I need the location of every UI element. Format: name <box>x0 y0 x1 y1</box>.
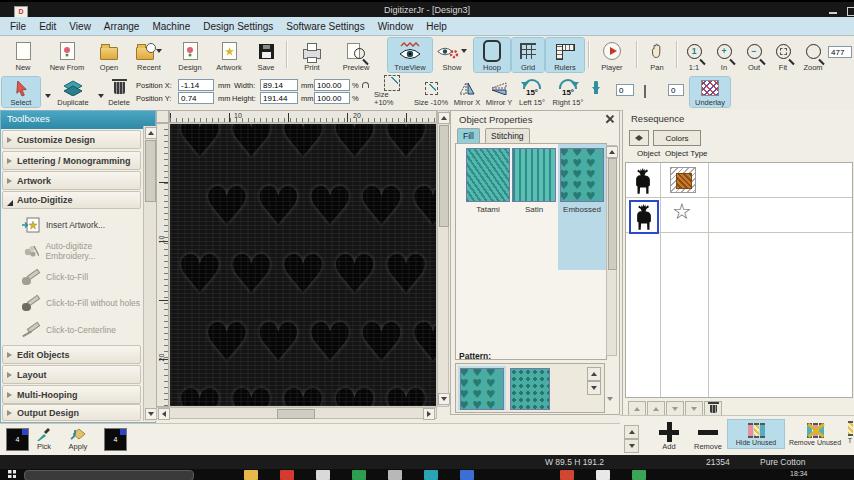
menu-help[interactable]: Help <box>426 21 447 32</box>
height-input[interactable] <box>260 92 298 104</box>
section-customize-design[interactable]: Customize Design <box>2 130 141 149</box>
trueview-button[interactable]: TrueView <box>388 38 432 72</box>
scroll-up-icon[interactable] <box>438 112 450 124</box>
spin-down-button[interactable] <box>624 439 639 453</box>
palette-color-swatch[interactable]: 4 <box>104 428 127 451</box>
tab-fill[interactable]: Fill <box>457 128 480 143</box>
tool-auto-digitize-embroidery[interactable]: Auto-digitize Embroidery... <box>2 239 141 263</box>
scroll-thumb[interactable] <box>439 125 449 227</box>
tool-insert-artwork[interactable]: Insert Artwork... <box>2 212 141 237</box>
height-percent-input[interactable] <box>314 92 350 104</box>
zoom-value-input[interactable] <box>828 46 852 58</box>
tool-click-to-fill-without-holes[interactable]: Click-to-Fill without holes <box>2 291 141 315</box>
maximize-button[interactable] <box>844 5 854 16</box>
design-button[interactable]: Design <box>172 38 208 72</box>
scroll-down-icon[interactable] <box>438 393 450 405</box>
dock-toggle-button[interactable] <box>629 130 649 146</box>
section-output-design[interactable]: Output Design <box>2 404 141 421</box>
zoom-tool-button[interactable]: Zoom <box>798 38 828 72</box>
delete-button[interactable]: Delete <box>104 77 134 107</box>
player-button[interactable]: Player <box>592 38 632 72</box>
preview-button[interactable]: Preview <box>334 38 378 72</box>
apply-color-button[interactable]: Apply <box>68 426 88 451</box>
print-button[interactable]: Print <box>292 38 332 72</box>
zoom-fit-button[interactable]: Fit <box>770 38 796 72</box>
position-x-input[interactable] <box>178 79 214 91</box>
scroll-left-icon[interactable] <box>158 408 170 420</box>
move-to-end-button[interactable] <box>685 401 703 416</box>
tool-click-to-centerline[interactable]: Click-to-Centerline <box>2 318 141 342</box>
section-layout[interactable]: Layout <box>2 365 141 384</box>
section-edit-objects[interactable]: Edit Objects <box>2 345 141 364</box>
taskbar-app-icon[interactable] <box>244 470 258 480</box>
move-up-button[interactable] <box>647 401 665 416</box>
rotate-angle-input[interactable] <box>616 84 634 96</box>
select-button[interactable]: Select <box>2 77 40 107</box>
mirror-x-button[interactable]: Mirror X <box>452 77 482 107</box>
current-color-swatch[interactable]: 4 <box>6 428 29 451</box>
width-percent-input[interactable] <box>314 79 350 91</box>
menu-window[interactable]: Window <box>378 21 414 32</box>
skew-icon[interactable] <box>644 86 646 97</box>
scroll-up-icon[interactable] <box>606 146 618 158</box>
close-icon[interactable] <box>605 114 615 124</box>
menu-file[interactable]: File <box>10 21 26 32</box>
star-type-icon[interactable]: ☆ <box>672 199 692 225</box>
delete-object-button[interactable] <box>704 401 722 416</box>
colors-button[interactable]: Colors <box>653 130 701 146</box>
section-artwork[interactable]: Artwork <box>2 171 141 190</box>
canvas-vertical-scrollbar[interactable] <box>437 110 449 407</box>
move-down-button[interactable] <box>666 401 684 416</box>
minimize-button[interactable] <box>826 5 840 16</box>
size-up-button[interactable]: Size +10% <box>374 77 410 107</box>
pattern-swatch-dots[interactable] <box>510 368 550 410</box>
mirror-y-button[interactable]: Mirror Y <box>484 77 514 107</box>
save-button[interactable]: Save <box>250 38 282 72</box>
start-button-icon[interactable] <box>8 470 16 478</box>
menu-view[interactable]: View <box>69 21 91 32</box>
stitch-swatch-satin[interactable] <box>512 148 556 202</box>
rotate-left-15-button[interactable]: 15° Left 15° <box>516 77 548 107</box>
menu-machine[interactable]: Machine <box>152 21 190 32</box>
canvas-horizontal-scrollbar[interactable] <box>156 407 437 419</box>
scroll-right-icon[interactable] <box>423 408 435 420</box>
stitch-list-scrollbar[interactable] <box>606 145 617 356</box>
taskbar-app-icon[interactable] <box>424 470 438 480</box>
open-button[interactable]: Open <box>92 38 126 72</box>
taskbar-app-icon[interactable] <box>632 470 646 480</box>
pattern-swatch-hearts[interactable] <box>460 368 504 410</box>
tab-stitching[interactable]: Stitching <box>485 128 530 143</box>
duplicate-dropdown-arrow[interactable] <box>96 89 104 100</box>
design-canvas[interactable]: ♥♥♥♥♥ ♥♥♥♥♥ ♥♥♥♥♥ ♥♥♥♥♥ ♥♥♥♥♥ <box>170 124 436 406</box>
panel-expand-chevron-icon[interactable] <box>607 401 613 412</box>
taskbar-app-icon[interactable] <box>316 470 330 480</box>
grid-button[interactable]: Grid <box>512 38 544 72</box>
menu-arrange[interactable]: Arrange <box>104 21 140 32</box>
position-y-input[interactable] <box>178 92 214 104</box>
rulers-button[interactable]: Rulers <box>546 38 584 72</box>
artwork-button[interactable]: Artwork <box>210 38 248 72</box>
taskbar-app-icon[interactable] <box>560 470 574 480</box>
scroll-thumb[interactable] <box>608 158 617 270</box>
recent-button[interactable]: Recent <box>128 38 170 72</box>
taskbar-app-icon[interactable] <box>596 470 610 480</box>
pan-button[interactable]: Pan <box>640 38 674 72</box>
remove-unused-button[interactable]: Remove Unused <box>786 420 844 448</box>
skew-angle-input[interactable] <box>668 84 684 96</box>
taskbar-search-input[interactable] <box>24 470 194 480</box>
rotate-right-15-button[interactable]: 15° Right 15° <box>550 77 586 107</box>
spin-up-button[interactable] <box>624 425 639 439</box>
zoom-in-button[interactable]: +In <box>710 38 738 72</box>
sidebar-scrollbar[interactable] <box>143 126 156 421</box>
hoop-button[interactable]: Hoop <box>474 38 510 72</box>
remove-button[interactable]: Remove <box>688 422 728 451</box>
stitch-swatch-embossed[interactable] <box>560 148 604 202</box>
new-from-button[interactable]: New From <box>44 38 90 72</box>
size-down-button[interactable]: Size -10% <box>412 77 450 107</box>
taskbar-app-icon[interactable] <box>388 470 402 480</box>
taskbar-app-icon[interactable] <box>352 470 366 480</box>
stitch-swatch-tatami[interactable] <box>466 148 510 202</box>
fill-type-icon[interactable] <box>670 167 696 193</box>
tool-click-to-fill[interactable]: Click-to-Fill <box>2 265 141 289</box>
section-auto-digitize[interactable]: Auto-Digitize <box>2 191 141 209</box>
